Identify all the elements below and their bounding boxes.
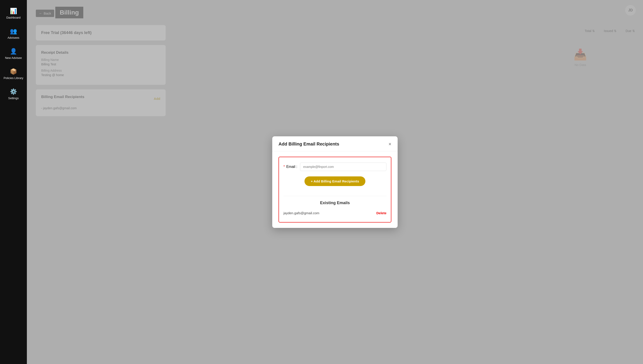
existing-email-row: jayden.gafs@gmail.com Delete <box>284 209 386 217</box>
modal: Add Billing Email Recipients × * Email : <box>272 136 398 228</box>
modal-overlay: Add Billing Email Recipients × * Email : <box>27 0 643 364</box>
advisees-icon: 👥 <box>10 28 17 35</box>
delete-email-button[interactable]: Delete <box>376 211 386 215</box>
existing-emails-title: Existing Emails <box>284 200 386 205</box>
modal-body: * Email : + Add Billing Email Recipients <box>272 151 398 228</box>
new-advisee-icon: 👤 <box>10 48 17 55</box>
modal-close-button[interactable]: × <box>388 141 391 147</box>
sidebar: 📊 Dashboard 👥 Advisees 👤 New Advisee 📦 P… <box>0 0 27 364</box>
sidebar-item-label-advisees: Advisees <box>8 36 20 40</box>
main-content: JD ← Back Billing Free Trial (36446 days… <box>27 0 643 364</box>
add-recipients-button[interactable]: + Add Billing Email Recipients <box>304 176 366 186</box>
sidebar-item-label-settings: Settings <box>8 96 19 100</box>
email-label-text: Email : <box>286 165 297 168</box>
sidebar-item-label-policies-library: Policies Library <box>4 76 23 80</box>
modal-inner-box: * Email : + Add Billing Email Recipients <box>278 157 391 222</box>
sidebar-item-label-new-advisee: New Advisee <box>5 56 22 60</box>
sidebar-item-settings[interactable]: ⚙️ Settings <box>0 85 27 103</box>
email-input[interactable] <box>300 162 386 171</box>
add-recipients-label: + Add Billing Email Recipients <box>311 179 359 183</box>
sidebar-item-new-advisee[interactable]: 👤 New Advisee <box>0 45 27 63</box>
dashboard-icon: 📊 <box>10 8 17 14</box>
sidebar-item-advisees[interactable]: 👥 Advisees <box>0 24 27 42</box>
sidebar-item-label-dashboard: Dashboard <box>6 16 20 19</box>
email-field-label: * Email : <box>284 165 297 169</box>
modal-title: Add Billing Email Recipients <box>278 142 339 147</box>
email-input-row: * Email : <box>284 162 386 171</box>
settings-icon: ⚙️ <box>10 88 17 95</box>
policies-library-icon: 📦 <box>10 68 17 75</box>
modal-header: Add Billing Email Recipients × <box>272 136 398 151</box>
required-star: * <box>284 165 285 168</box>
sidebar-item-policies-library[interactable]: 📦 Policies Library <box>0 65 27 83</box>
sidebar-item-dashboard[interactable]: 📊 Dashboard <box>0 4 27 22</box>
existing-email-address: jayden.gafs@gmail.com <box>284 211 319 215</box>
